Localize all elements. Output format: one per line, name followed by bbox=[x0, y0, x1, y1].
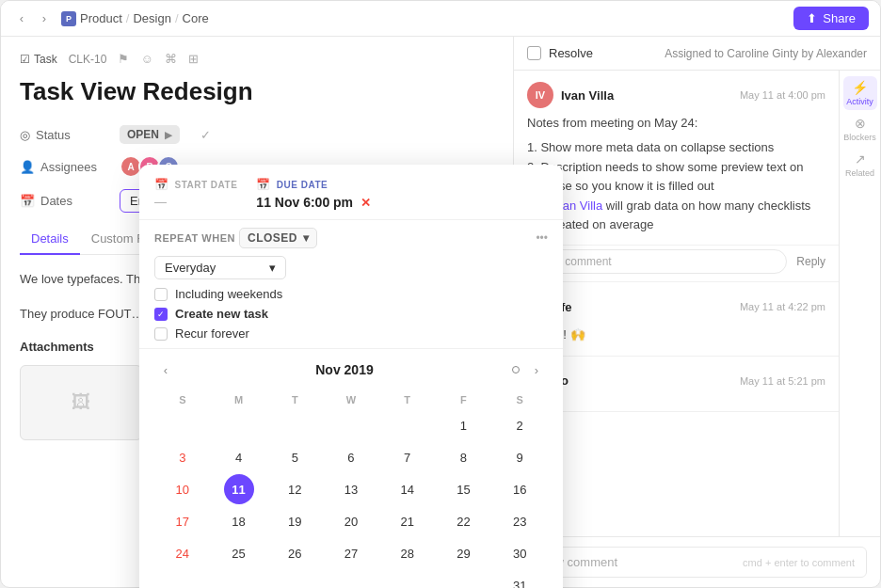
cal-day-9[interactable]: 9 bbox=[505, 442, 535, 472]
attachment-1[interactable]: 🖼 bbox=[20, 365, 142, 440]
breadcrumb-product[interactable]: Product bbox=[80, 11, 122, 25]
weekends-checkbox[interactable] bbox=[154, 288, 168, 301]
breadcrumb: P Product / Design / Core bbox=[61, 11, 209, 26]
cal-day-28[interactable]: 28 bbox=[392, 538, 423, 568]
cal-day-7[interactable]: 7 bbox=[392, 442, 423, 472]
comment-1-header: IV Ivan Villa May 11 at 4:00 pm bbox=[527, 82, 825, 108]
status-badge[interactable]: OPEN ▶ bbox=[120, 125, 180, 144]
tag-icon[interactable]: ⌘ bbox=[165, 52, 177, 66]
breadcrumb-core[interactable]: Core bbox=[183, 11, 209, 25]
cal-day-2[interactable]: 2 bbox=[505, 410, 535, 440]
cal-day-empty bbox=[392, 570, 423, 588]
related-icon: ↗ bbox=[855, 151, 866, 167]
cal-day-13[interactable]: 13 bbox=[336, 474, 366, 504]
resolve-checkbox[interactable] bbox=[527, 46, 541, 60]
cal-day-19[interactable]: 19 bbox=[280, 506, 310, 536]
breadcrumb-design[interactable]: Design bbox=[133, 11, 170, 25]
repeat-more-icon[interactable]: ••• bbox=[536, 231, 548, 245]
cal-day-29[interactable]: 29 bbox=[448, 538, 478, 568]
cal-day-21[interactable]: 21 bbox=[392, 506, 423, 536]
repeat-trigger-dropdown[interactable]: CLOSED ▾ bbox=[239, 228, 318, 248]
assigned-text: Assigned to Caroline Ginty by Alexander bbox=[665, 47, 867, 60]
cal-day-23[interactable]: 23 bbox=[505, 506, 535, 536]
task-type-icon: ☑ bbox=[20, 53, 30, 66]
comment-1-time: May 11 at 4:00 pm bbox=[740, 89, 825, 101]
cal-day-27[interactable]: 27 bbox=[336, 538, 366, 568]
frequency-select[interactable]: Everyday ▾ bbox=[154, 256, 286, 279]
share-button[interactable]: ⬆ Share bbox=[793, 7, 869, 30]
share-label: Share bbox=[823, 11, 856, 25]
new-comment-stub[interactable]: New comment bbox=[527, 249, 787, 274]
cal-week-6: 31 bbox=[154, 569, 548, 588]
tab-blockers[interactable]: ⊗ Blockers bbox=[843, 112, 877, 146]
blockers-label: Blockers bbox=[843, 133, 876, 142]
start-date-section: 📅 START DATE — bbox=[154, 178, 237, 210]
emoji-icon[interactable]: ☺ bbox=[140, 52, 152, 66]
back-button[interactable]: ‹ bbox=[12, 9, 31, 28]
cal-day-30[interactable]: 30 bbox=[505, 538, 535, 568]
comment-3-time: May 11 at 5:21 pm bbox=[740, 375, 825, 387]
task-id: CLK-10 bbox=[69, 53, 107, 66]
image-icon[interactable]: ⊞ bbox=[188, 52, 199, 66]
cal-day-4[interactable]: 4 bbox=[224, 442, 254, 472]
start-date-label: 📅 START DATE bbox=[154, 178, 237, 191]
dates-label: 📅 Dates bbox=[20, 194, 104, 208]
weekends-label: Including weekends bbox=[175, 287, 282, 301]
repeat-option-recur-forever[interactable]: Recur forever bbox=[154, 326, 548, 341]
cal-header-m: M bbox=[211, 390, 267, 409]
cal-day-6[interactable]: 6 bbox=[336, 442, 366, 472]
cal-day-15[interactable]: 15 bbox=[448, 474, 478, 504]
reply-button[interactable]: Reply bbox=[796, 255, 825, 268]
due-date-section: 📅 DUE DATE 11 Nov 6:00 pm ✕ bbox=[256, 178, 371, 210]
cal-day-10[interactable]: 10 bbox=[168, 474, 198, 504]
cal-week-2: 3 4 5 6 7 8 9 bbox=[154, 441, 548, 473]
cal-day-5[interactable]: 5 bbox=[280, 442, 310, 472]
cal-week-1: 1 2 bbox=[154, 409, 548, 441]
date-clear-icon[interactable]: ✕ bbox=[360, 196, 371, 210]
cal-next-button[interactable]: › bbox=[525, 358, 548, 381]
new-comment-input[interactable]: New comment cmd + enter to comment bbox=[527, 547, 867, 578]
cal-day-26[interactable]: 26 bbox=[280, 538, 310, 568]
repeat-option-weekends[interactable]: Including weekends bbox=[154, 287, 548, 301]
forward-button[interactable]: › bbox=[35, 9, 54, 28]
new-comment-hint: cmd + enter to comment bbox=[743, 557, 855, 568]
right-content-area: IV Ivan Villa May 11 at 4:00 pm Notes fr… bbox=[514, 71, 880, 536]
status-row: ◎ Status OPEN ▶ ✓ bbox=[20, 125, 494, 144]
cal-today-dot[interactable] bbox=[512, 366, 520, 373]
new-task-checkbox[interactable]: ✓ bbox=[154, 308, 168, 321]
recur-forever-checkbox[interactable] bbox=[154, 327, 168, 341]
calendar-month-title: Nov 2019 bbox=[315, 362, 373, 377]
cal-prev-button[interactable]: ‹ bbox=[154, 358, 177, 381]
share-icon: ⬆ bbox=[807, 11, 817, 25]
cal-day-24[interactable]: 24 bbox=[168, 538, 198, 568]
cal-day-22[interactable]: 22 bbox=[448, 506, 478, 536]
comment-1-item-3: 3. @Ivan Villa will grab data on how man… bbox=[527, 197, 825, 233]
datepicker-header: 📅 START DATE — 📅 DUE DATE 11 Nov 6:00 pm… bbox=[139, 165, 563, 219]
cal-day-25[interactable]: 25 bbox=[224, 538, 254, 568]
tab-related[interactable]: ↗ Related bbox=[843, 148, 877, 182]
cal-day-8[interactable]: 8 bbox=[448, 442, 478, 472]
cal-day-11[interactable]: 11 bbox=[224, 474, 254, 504]
recur-forever-label: Recur forever bbox=[175, 326, 249, 341]
cal-day-31[interactable]: 31 bbox=[505, 570, 535, 588]
status-check-icon[interactable]: ✓ bbox=[200, 128, 211, 142]
cal-day-20[interactable]: 20 bbox=[336, 506, 366, 536]
cal-day-18[interactable]: 18 bbox=[224, 506, 254, 536]
comment-1-text: Notes from meeting on May 24: 1. Show mo… bbox=[527, 114, 825, 233]
flag-icon[interactable]: ⚑ bbox=[118, 52, 129, 66]
cal-day-17[interactable]: 17 bbox=[168, 506, 198, 536]
repeat-option-new-task[interactable]: ✓ Create new task bbox=[154, 307, 548, 321]
cal-day-empty bbox=[280, 410, 310, 440]
cal-day-14[interactable]: 14 bbox=[392, 474, 423, 504]
cal-day-12[interactable]: 12 bbox=[280, 474, 310, 504]
cal-day-16[interactable]: 16 bbox=[505, 474, 535, 504]
cal-week-5: 24 25 26 27 28 29 30 bbox=[154, 537, 548, 569]
start-calendar-icon: 📅 bbox=[154, 178, 169, 191]
cal-header-s1: S bbox=[154, 390, 211, 409]
cal-day-3[interactable]: 3 bbox=[168, 442, 198, 472]
calendar-grid: S M T W T F S 1 2 3 4 5 bbox=[154, 390, 548, 588]
cal-day-1[interactable]: 1 bbox=[448, 410, 478, 440]
repeat-options: Including weekends ✓ Create new task Rec… bbox=[154, 287, 548, 341]
tab-activity[interactable]: ⚡ Activity bbox=[843, 76, 877, 110]
tab-details[interactable]: Details bbox=[20, 224, 80, 255]
